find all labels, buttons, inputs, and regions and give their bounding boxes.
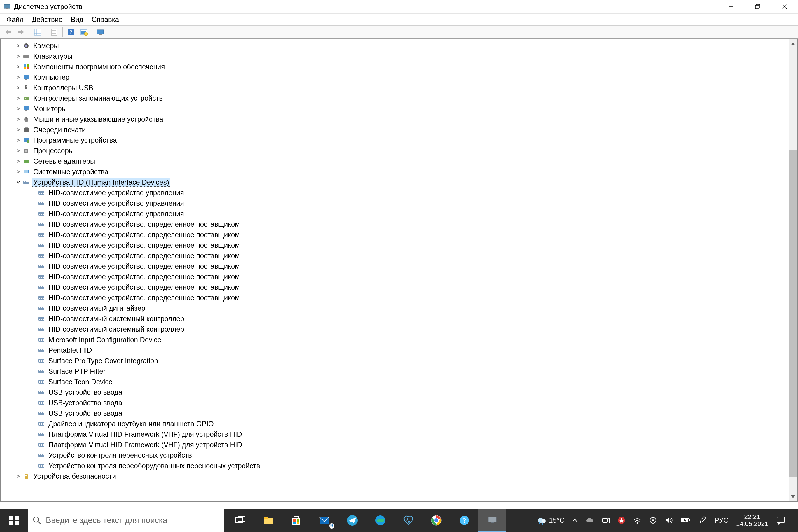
file-explorer-button[interactable] (254, 509, 282, 532)
show-desktop-button[interactable] (792, 509, 795, 532)
battery-icon[interactable] (679, 509, 692, 532)
telegram-button[interactable] (338, 509, 366, 532)
tree-device[interactable]: HID-совместимое устройство управления (2, 198, 788, 209)
edge-button[interactable] (366, 509, 394, 532)
wifi-icon[interactable] (631, 509, 643, 532)
expand-arrow-icon[interactable] (15, 159, 22, 163)
scroll-down-button[interactable] (788, 492, 797, 501)
tree-category[interactable]: Компьютер (2, 72, 788, 82)
close-button[interactable] (771, 0, 798, 14)
tree-device[interactable]: HID-совместимое устройство, определенное… (2, 250, 788, 261)
expand-arrow-icon[interactable] (15, 76, 22, 79)
clock[interactable]: 22:21 14.05.2021 (735, 509, 770, 532)
tree-category[interactable]: Программные устройства (2, 135, 788, 146)
tree-device[interactable]: HID-совместимый системный контроллер (2, 314, 788, 324)
tree-device[interactable]: USB-устройство ввода (2, 408, 788, 419)
expand-arrow-icon[interactable] (15, 138, 22, 142)
tree-device[interactable]: Платформа Virtual HID Framework (VHF) дл… (2, 429, 788, 439)
tree-category[interactable]: Устройства безопасности (2, 471, 788, 481)
view-devices-button[interactable] (95, 26, 106, 38)
menu-action[interactable]: Действие (28, 14, 67, 25)
tree-device[interactable]: HID-совместимое устройство управления (2, 209, 788, 219)
collapse-arrow-icon[interactable] (15, 180, 22, 184)
tree-device[interactable]: HID-совместимое устройство управления (2, 188, 788, 198)
tree-device[interactable]: HID-совместимое устройство, определенное… (2, 240, 788, 250)
scan-hardware-button[interactable] (78, 26, 90, 38)
expand-arrow-icon[interactable] (15, 86, 22, 90)
scrollbar-thumb[interactable] (788, 150, 797, 477)
expand-arrow-icon[interactable] (15, 128, 22, 132)
search-box[interactable]: Введите здесь текст для поиска (28, 509, 224, 532)
start-button[interactable] (0, 509, 28, 532)
tree-device[interactable]: HID-совместимый дигитайзер (2, 303, 788, 314)
expand-arrow-icon[interactable] (15, 170, 22, 173)
device-manager-taskbar-button[interactable] (478, 509, 506, 532)
expand-arrow-icon[interactable] (15, 55, 22, 58)
tree-category[interactable]: Процессоры (2, 146, 788, 156)
tree-device[interactable]: Драйвер индикатора ноутбука или планшета… (2, 419, 788, 429)
tree-device[interactable]: Surface PTP Filter (2, 366, 788, 377)
tree-device[interactable]: Microsoft Input Configuration Device (2, 335, 788, 345)
tree-device[interactable]: Платформа Virtual HID Framework (VHF) дл… (2, 439, 788, 450)
expand-arrow-icon[interactable] (15, 65, 22, 69)
tree-category[interactable]: Компоненты программного обеспечения (2, 61, 788, 72)
minimize-button[interactable] (718, 0, 744, 14)
task-view-button[interactable] (226, 509, 254, 532)
tree-device[interactable]: Surface Pro Type Cover Integration (2, 356, 788, 366)
health-button[interactable] (394, 509, 422, 532)
properties-button[interactable] (49, 26, 60, 38)
location-icon[interactable] (647, 509, 659, 532)
expand-arrow-icon[interactable] (15, 107, 22, 111)
microsoft-store-button[interactable] (282, 509, 310, 532)
menu-file[interactable]: Файл (2, 14, 28, 25)
chrome-button[interactable] (422, 509, 450, 532)
scroll-up-button[interactable] (788, 39, 797, 48)
expand-arrow-icon[interactable] (15, 475, 22, 478)
tree-device[interactable]: HID-совместимое устройство, определенное… (2, 282, 788, 292)
pen-icon[interactable] (697, 509, 709, 532)
tree-category[interactable]: Контроллеры USB (2, 82, 788, 93)
tree-device[interactable]: Устройство контроля переоборудованных пе… (2, 460, 788, 471)
tree-device[interactable]: HID-совместимое устройство, определенное… (2, 230, 788, 240)
get-help-button[interactable]: ? (450, 509, 478, 532)
onedrive-icon[interactable] (583, 509, 595, 532)
tree-device[interactable]: HID-совместимый системный контроллер (2, 324, 788, 335)
tree-device[interactable]: Surface Tcon Device (2, 377, 788, 387)
tree-device[interactable]: HID-совместимое устройство, определенное… (2, 261, 788, 271)
tree-category[interactable]: Камеры (2, 40, 788, 51)
language-indicator[interactable]: РУС (713, 509, 730, 532)
device-tree[interactable]: КамерыКлавиатурыКомпоненты программного … (2, 40, 788, 500)
tree-device[interactable]: USB-устройство ввода (2, 398, 788, 408)
expand-arrow-icon[interactable] (15, 149, 22, 153)
tree-device[interactable]: Устройство контроля переносных устройств (2, 450, 788, 460)
tree-category-hid[interactable]: Устройства HID (Human Interface Devices) (2, 177, 788, 188)
scrollbar-track[interactable] (788, 39, 797, 501)
tree-category[interactable]: Сетевые адаптеры (2, 156, 788, 167)
action-center-button[interactable]: 11 (774, 509, 787, 532)
menu-help[interactable]: Справка (88, 14, 123, 25)
tree-device[interactable]: Pentablet HID (2, 345, 788, 356)
expand-arrow-icon[interactable] (15, 44, 22, 48)
menu-view[interactable]: Вид (67, 14, 88, 25)
tree-category[interactable]: Контроллеры запоминающих устройств (2, 93, 788, 103)
mail-button[interactable]: 9 (310, 509, 338, 532)
tree-device[interactable]: USB-устройство ввода (2, 387, 788, 398)
tree-category[interactable]: Мыши и иные указывающие устройства (2, 114, 788, 125)
tree-category[interactable]: Клавиатуры (2, 51, 788, 61)
tray-app-icon[interactable] (616, 509, 627, 532)
maximize-button[interactable] (744, 0, 771, 14)
tree-device[interactable]: HID-совместимое устройство, определенное… (2, 292, 788, 303)
meet-now-icon[interactable] (600, 509, 612, 532)
weather-widget[interactable]: 15°C (535, 509, 566, 532)
expand-arrow-icon[interactable] (15, 117, 22, 121)
nav-forward-button[interactable] (15, 26, 27, 38)
tree-category[interactable]: Очереди печати (2, 125, 788, 135)
expand-arrow-icon[interactable] (15, 97, 22, 100)
nav-back-button[interactable] (2, 26, 14, 38)
tree-device[interactable]: HID-совместимое устройство, определенное… (2, 219, 788, 230)
help-button[interactable]: ? (65, 26, 77, 38)
show-hidden-icons-button[interactable] (570, 509, 579, 532)
show-all-button[interactable] (32, 26, 43, 38)
tree-category[interactable]: Мониторы (2, 103, 788, 114)
volume-icon[interactable] (663, 509, 675, 532)
